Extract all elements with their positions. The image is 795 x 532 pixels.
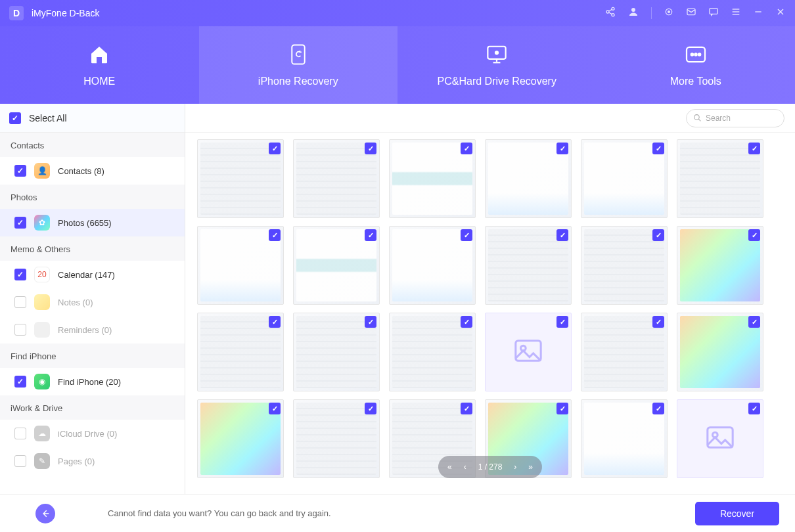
- svg-point-2: [612, 14, 614, 16]
- photo-thumbnail[interactable]: [677, 226, 763, 305]
- photo-thumbnail[interactable]: [389, 139, 476, 218]
- photo-thumbnail[interactable]: [197, 139, 284, 218]
- close-icon[interactable]: [775, 7, 786, 20]
- thumb-check-icon[interactable]: [365, 229, 376, 241]
- thumb-check-icon[interactable]: [652, 229, 664, 241]
- grid-row: [197, 226, 783, 305]
- sidebar-item-icloud[interactable]: ☁ iCloud Drive (0): [0, 420, 185, 447]
- thumb-check-icon[interactable]: [748, 229, 760, 241]
- checkbox[interactable]: [14, 165, 26, 177]
- thumb-check-icon[interactable]: [652, 143, 664, 154]
- section-iwork: iWork & Drive: [0, 395, 185, 420]
- checkbox[interactable]: [14, 296, 26, 308]
- tab-more-tools[interactable]: More Tools: [597, 26, 796, 104]
- select-all-row[interactable]: Select All: [0, 104, 185, 133]
- photo-thumbnail[interactable]: [293, 399, 380, 478]
- sidebar-item-contacts[interactable]: 👤 Contacts (8): [0, 157, 185, 185]
- footer: Cannot find data you want? You can go ba…: [0, 494, 795, 532]
- thumb-check-icon[interactable]: [269, 229, 281, 241]
- feedback-icon[interactable]: [708, 7, 719, 20]
- thumb-check-icon[interactable]: [556, 316, 568, 328]
- sidebar-item-reminders[interactable]: Reminders (0): [0, 316, 185, 344]
- tab-iphone-recovery[interactable]: iPhone Recovery: [199, 26, 398, 104]
- checkbox[interactable]: [14, 324, 26, 336]
- settings-icon[interactable]: [664, 7, 674, 20]
- thumb-check-icon[interactable]: [461, 143, 472, 154]
- top-navigation: HOME iPhone Recovery PC&Hard Drive Recov…: [0, 26, 795, 104]
- photo-thumbnail[interactable]: [293, 226, 380, 305]
- thumb-check-icon[interactable]: [556, 229, 568, 241]
- photo-thumbnail-placeholder[interactable]: [677, 399, 763, 478]
- checkbox[interactable]: [14, 376, 26, 388]
- thumb-check-icon[interactable]: [461, 229, 472, 241]
- thumb-check-icon[interactable]: [461, 403, 472, 414]
- thumb-check-icon[interactable]: [269, 143, 281, 154]
- pager-prev-icon[interactable]: ‹: [464, 462, 466, 472]
- title-bar: D iMyFone D-Back: [0, 0, 795, 26]
- thumb-check-icon[interactable]: [748, 143, 760, 154]
- footer-hint: Cannot find data you want? You can go ba…: [108, 508, 682, 518]
- checkbox[interactable]: [14, 428, 26, 439]
- photo-thumbnail[interactable]: [581, 139, 668, 218]
- photo-thumbnail[interactable]: [485, 226, 572, 305]
- thumb-check-icon[interactable]: [652, 316, 664, 328]
- photo-thumbnail[interactable]: [677, 139, 763, 218]
- thumb-check-icon[interactable]: [365, 316, 376, 328]
- photo-thumbnail[interactable]: [581, 399, 668, 478]
- share-icon[interactable]: [605, 7, 616, 20]
- thumb-check-icon[interactable]: [652, 403, 664, 414]
- thumb-check-icon[interactable]: [556, 143, 568, 154]
- recover-button[interactable]: Recover: [695, 502, 779, 525]
- content-area: Search: [185, 104, 795, 494]
- photo-thumbnail[interactable]: [485, 139, 572, 218]
- thumb-check-icon[interactable]: [269, 403, 281, 414]
- minimize-icon[interactable]: [753, 7, 763, 20]
- thumb-check-icon[interactable]: [748, 316, 760, 328]
- arrow-left-icon: [41, 509, 50, 518]
- sidebar-item-photos[interactable]: ✿ Photos (6655): [0, 209, 185, 236]
- thumb-check-icon[interactable]: [365, 143, 376, 154]
- checkbox[interactable]: [14, 269, 26, 280]
- photo-thumbnail[interactable]: [293, 313, 380, 391]
- label: Find iPhone (20): [58, 377, 121, 387]
- select-all-checkbox[interactable]: [9, 112, 21, 124]
- thumb-check-icon[interactable]: [748, 403, 760, 414]
- thumb-check-icon[interactable]: [461, 316, 472, 328]
- photo-thumbnail[interactable]: [197, 399, 284, 478]
- sidebar-item-notes[interactable]: Notes (0): [0, 288, 185, 316]
- svg-point-0: [612, 7, 614, 10]
- photo-thumbnail[interactable]: [293, 139, 380, 218]
- mail-icon[interactable]: [686, 7, 696, 20]
- svg-rect-16: [292, 45, 304, 64]
- photo-thumbnail[interactable]: [197, 313, 284, 391]
- label: Photos (6655): [58, 218, 112, 228]
- sidebar-item-pages[interactable]: ✎ Pages (0): [0, 447, 185, 475]
- sidebar-item-calendar[interactable]: 20 Calendar (147): [0, 261, 185, 288]
- photo-thumbnail[interactable]: [389, 313, 476, 391]
- photo-thumbnail[interactable]: [197, 226, 284, 305]
- photo-thumbnail[interactable]: [581, 313, 668, 391]
- tab-home[interactable]: HOME: [0, 26, 199, 104]
- back-button[interactable]: [35, 504, 55, 523]
- account-icon[interactable]: [627, 6, 639, 20]
- photo-thumbnail[interactable]: [677, 313, 763, 391]
- search-input[interactable]: Search: [686, 109, 784, 127]
- menu-icon[interactable]: [731, 7, 741, 20]
- pager-first-icon[interactable]: «: [447, 462, 452, 472]
- sidebar-item-find-iphone[interactable]: ◉ Find iPhone (20): [0, 368, 185, 395]
- svg-line-3: [609, 9, 612, 11]
- checkbox[interactable]: [14, 217, 26, 229]
- pager-next-icon[interactable]: ›: [514, 462, 516, 472]
- separator: [651, 7, 652, 19]
- photo-thumbnail[interactable]: [389, 226, 476, 305]
- thumb-check-icon[interactable]: [556, 403, 568, 414]
- monitor-icon: [486, 45, 508, 64]
- tab-pc-recovery[interactable]: PC&Hard Drive Recovery: [398, 26, 597, 104]
- checkbox[interactable]: [14, 455, 26, 467]
- thumb-check-icon[interactable]: [365, 403, 376, 414]
- label: Calendar (147): [58, 270, 115, 280]
- photo-thumbnail[interactable]: [581, 226, 668, 305]
- pager-last-icon[interactable]: »: [528, 462, 533, 472]
- photo-thumbnail-placeholder[interactable]: [485, 313, 572, 391]
- thumb-check-icon[interactable]: [269, 316, 281, 328]
